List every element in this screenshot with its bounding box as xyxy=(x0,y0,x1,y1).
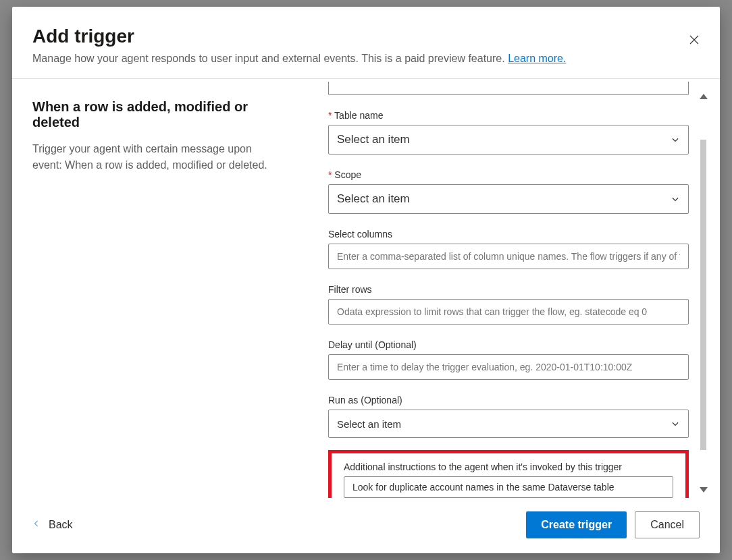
left-panel: When a row is added, modified or deleted… xyxy=(12,79,303,498)
run-as-value: Select an item xyxy=(337,418,401,430)
delay-until-input-wrap xyxy=(328,354,689,380)
scope-select[interactable]: Select an item xyxy=(328,184,689,214)
back-label: Back xyxy=(49,519,73,531)
additional-instructions-label: Additional instructions to the agent whe… xyxy=(344,461,673,472)
chevron-down-icon xyxy=(671,194,680,204)
table-name-label: Table name xyxy=(328,110,689,121)
select-columns-group: Select columns xyxy=(328,229,689,269)
run-as-label: Run as (Optional) xyxy=(328,395,689,405)
table-name-group: Table name Select an item xyxy=(328,110,689,155)
modal-footer: Back Create trigger Cancel xyxy=(12,498,720,553)
subtitle-text: Manage how your agent responds to user i… xyxy=(32,53,508,64)
additional-instructions-input-wrap xyxy=(344,476,673,498)
trigger-description: Trigger your agent with certain message … xyxy=(32,141,276,173)
footer-actions: Create trigger Cancel xyxy=(526,511,700,538)
scroll-down-icon[interactable] xyxy=(700,487,708,493)
create-trigger-button[interactable]: Create trigger xyxy=(526,511,627,538)
delay-until-input[interactable] xyxy=(337,362,680,372)
select-columns-input-wrap xyxy=(328,244,689,269)
trigger-name-heading: When a row is added, modified or deleted xyxy=(32,99,282,130)
delay-until-group: Delay until (Optional) xyxy=(328,339,689,380)
scrollbar-thumb[interactable] xyxy=(700,140,706,450)
filter-rows-group: Filter rows xyxy=(328,284,689,325)
chevron-down-icon xyxy=(671,419,680,428)
additional-instructions-input[interactable] xyxy=(352,482,664,493)
chevron-left-icon xyxy=(32,517,41,532)
form-panel: Table name Select an item Scope Select a… xyxy=(303,79,720,498)
additional-instructions-group: Additional instructions to the agent whe… xyxy=(344,461,673,498)
chevron-down-icon xyxy=(671,135,680,144)
delay-until-label: Delay until (Optional) xyxy=(328,339,689,350)
filter-rows-input[interactable] xyxy=(337,306,680,317)
back-button[interactable]: Back xyxy=(32,517,73,532)
learn-more-link[interactable]: Learn more. xyxy=(508,53,566,64)
filter-rows-input-wrap xyxy=(328,299,689,325)
run-as-select[interactable]: Select an item xyxy=(328,410,689,438)
partial-field-above[interactable] xyxy=(328,82,689,95)
filter-rows-label: Filter rows xyxy=(328,284,689,295)
select-columns-label: Select columns xyxy=(328,229,689,240)
scrollbar[interactable] xyxy=(698,79,709,498)
cancel-button[interactable]: Cancel xyxy=(635,511,700,538)
scope-label: Scope xyxy=(328,169,689,180)
modal-header: Add trigger Manage how your agent respon… xyxy=(12,7,720,79)
close-button[interactable] xyxy=(685,31,704,50)
scope-group: Scope Select an item xyxy=(328,169,689,214)
highlighted-section: Additional instructions to the agent whe… xyxy=(328,450,689,498)
modal-subtitle: Manage how your agent responds to user i… xyxy=(32,53,700,65)
add-trigger-modal: Add trigger Manage how your agent respon… xyxy=(12,7,720,553)
form-scroll-area: Table name Select an item Scope Select a… xyxy=(328,79,698,498)
modal-title: Add trigger xyxy=(32,26,700,47)
select-columns-input[interactable] xyxy=(337,251,680,262)
table-name-select[interactable]: Select an item xyxy=(328,125,689,155)
run-as-group: Run as (Optional) Select an item xyxy=(328,395,689,438)
scope-value: Select an item xyxy=(337,192,410,206)
scroll-up-icon[interactable] xyxy=(700,94,708,99)
modal-body: When a row is added, modified or deleted… xyxy=(12,79,720,498)
close-icon xyxy=(688,34,700,48)
table-name-value: Select an item xyxy=(337,133,410,146)
